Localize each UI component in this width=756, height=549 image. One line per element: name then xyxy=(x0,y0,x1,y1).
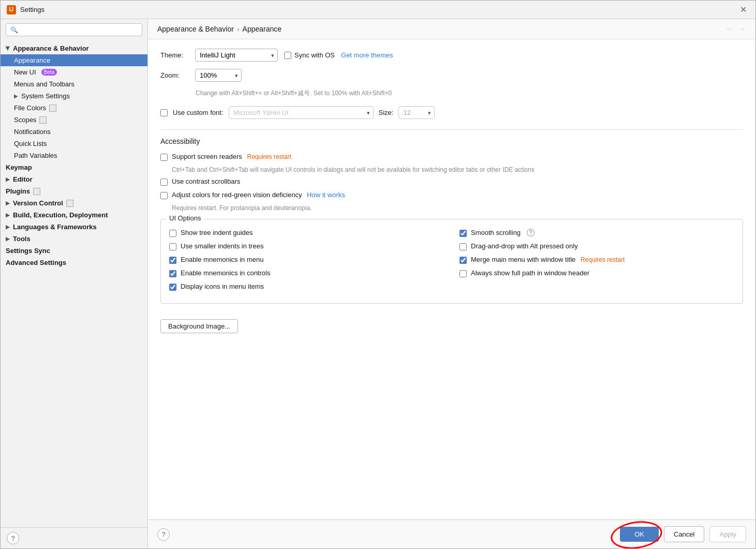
sidebar-item-appearance-behavior[interactable]: ▶ Appearance & Behavior xyxy=(1,42,147,54)
screen-readers-row: Support screen readers Requires restart xyxy=(160,153,743,161)
sidebar-item-keymap[interactable]: Keymap xyxy=(1,161,147,173)
ok-button[interactable]: OK xyxy=(620,527,659,542)
sidebar-item-quick-lists[interactable]: Quick Lists xyxy=(1,138,147,150)
show-full-path-checkbox[interactable] xyxy=(459,270,467,277)
contrast-scrollbars-label: Use contrast scrollbars xyxy=(172,177,240,185)
zoom-row: Zoom: 75% 80% 90% 100% 110% 125% 150% xyxy=(160,69,743,82)
sidebar-item-path-variables[interactable]: Path Variables xyxy=(1,150,147,161)
enable-mnemonics-controls-checkbox[interactable] xyxy=(169,270,176,277)
smaller-indents-row: Use smaller indents in trees xyxy=(169,242,444,250)
smooth-scrolling-checkbox[interactable] xyxy=(459,230,467,237)
sidebar-item-settings-sync[interactable]: Settings Sync xyxy=(1,245,147,257)
sidebar-item-tools[interactable]: ▶ Tools xyxy=(1,233,147,245)
display-icons-row: Display icons in menu items xyxy=(169,283,444,291)
search-box[interactable]: 🔍 xyxy=(6,23,142,36)
smaller-indents-checkbox[interactable] xyxy=(169,243,176,250)
drag-drop-alt-checkbox[interactable] xyxy=(459,243,467,250)
sidebar-item-label: Advanced Settings xyxy=(6,259,66,266)
sidebar-item-file-colors[interactable]: File Colors xyxy=(1,102,147,114)
enable-mnemonics-menu-row: Enable mnemonics in menu xyxy=(169,256,444,264)
merge-main-menu-checkbox[interactable] xyxy=(459,257,467,264)
screen-readers-checkbox[interactable] xyxy=(160,154,168,161)
search-icon: 🔍 xyxy=(10,26,18,34)
get-more-themes-link[interactable]: Get more themes xyxy=(341,51,393,59)
theme-select-wrapper[interactable]: IntelliJ Light Darcula High Contrast Dar… xyxy=(195,49,278,62)
footer-help-button[interactable]: ? xyxy=(157,528,170,541)
cancel-button[interactable]: Cancel xyxy=(664,526,704,542)
theme-row: Theme: IntelliJ Light Darcula High Contr… xyxy=(160,49,743,62)
zoom-hint: Change with Alt+Shift+= or Alt+Shift+减号.… xyxy=(196,89,743,98)
font-select-wrapper[interactable]: Microsoft YaHei UI xyxy=(229,106,374,119)
chevron-right-icon: ▶ xyxy=(6,212,10,218)
help-button[interactable]: ? xyxy=(7,532,19,544)
footer-left: ? xyxy=(157,528,170,541)
sidebar-item-label: Tools xyxy=(13,235,31,243)
zoom-label: Zoom: xyxy=(160,71,189,79)
sidebar-item-label: Menus and Toolbars xyxy=(14,80,75,88)
sidebar-item-label: System Settings xyxy=(21,92,70,100)
nav-tree: ▶ Appearance & Behavior Appearance New U… xyxy=(1,40,147,527)
sidebar-item-plugins[interactable]: Plugins xyxy=(1,185,147,197)
sidebar-item-label: Path Variables xyxy=(14,152,57,159)
show-tree-guides-checkbox[interactable] xyxy=(169,230,176,237)
sidebar-item-languages-frameworks[interactable]: ▶ Languages & Frameworks xyxy=(1,221,147,233)
theme-label: Theme: xyxy=(160,51,189,59)
theme-select[interactable]: IntelliJ Light Darcula High Contrast Dar… xyxy=(195,49,278,62)
ui-options-section: UI Options Show tree indent guides Use s… xyxy=(160,219,743,304)
sidebar-item-editor[interactable]: ▶ Editor xyxy=(1,173,147,185)
show-full-path-row: Always show full path in window header xyxy=(459,269,734,277)
close-button[interactable]: ✕ xyxy=(737,4,749,16)
color-deficiency-checkbox[interactable] xyxy=(160,192,168,199)
enable-mnemonics-controls-row: Enable mnemonics in controls xyxy=(169,269,444,277)
accessibility-divider xyxy=(160,129,743,130)
how-it-works-link[interactable]: How it works xyxy=(307,191,345,199)
zoom-select[interactable]: 75% 80% 90% 100% 110% 125% 150% xyxy=(195,69,242,82)
sidebar-item-label: Scopes xyxy=(14,116,36,124)
contrast-scrollbars-checkbox[interactable] xyxy=(160,179,168,186)
sync-os-checkbox[interactable] xyxy=(284,52,291,59)
breadcrumb-parent: Appearance & Behavior xyxy=(157,25,234,33)
accessibility-title: Accessibility xyxy=(160,137,743,145)
sidebar-item-label: New UI xyxy=(14,68,36,76)
back-arrow[interactable]: ← xyxy=(725,24,734,34)
sidebar-item-build-execution[interactable]: ▶ Build, Execution, Deployment xyxy=(1,209,147,221)
settings-window: IJ Settings ✕ 🔍 ▶ Appearance & Behavior … xyxy=(0,0,756,549)
sidebar-item-label: File Colors xyxy=(14,104,46,112)
enable-mnemonics-menu-checkbox[interactable] xyxy=(169,257,176,264)
search-input[interactable] xyxy=(21,26,138,34)
app-icon: IJ xyxy=(7,5,16,14)
sidebar-item-new-ui[interactable]: New UI Beta xyxy=(1,66,147,78)
drag-drop-alt-label: Drag-and-drop with Alt pressed only xyxy=(471,242,578,250)
sidebar-item-label: Keymap xyxy=(6,164,32,171)
background-image-area: Background Image... xyxy=(160,312,743,333)
merge-main-menu-label: Merge main menu with window title Requir… xyxy=(471,256,625,263)
sidebar-item-scopes[interactable]: Scopes xyxy=(1,114,147,126)
sidebar-item-appearance[interactable]: Appearance xyxy=(1,54,147,66)
font-select[interactable]: Microsoft YaHei UI xyxy=(229,106,374,119)
forward-arrow[interactable]: → xyxy=(738,24,746,34)
zoom-select-wrapper[interactable]: 75% 80% 90% 100% 110% 125% 150% xyxy=(195,69,242,82)
smooth-scrolling-info-icon[interactable]: ? xyxy=(527,229,535,236)
background-image-button[interactable]: Background Image... xyxy=(160,319,238,333)
apply-button[interactable]: Apply xyxy=(709,526,746,542)
screen-readers-label: Support screen readers Requires restart xyxy=(172,153,291,160)
sidebar-item-advanced-settings[interactable]: Advanced Settings xyxy=(1,257,147,269)
page-icon xyxy=(39,116,47,124)
chevron-right-icon: ▶ xyxy=(6,176,10,182)
sidebar-item-menus-toolbars[interactable]: Menus and Toolbars xyxy=(1,78,147,90)
sidebar-item-version-control[interactable]: ▶ Version Control xyxy=(1,197,147,209)
titlebar: IJ Settings ✕ xyxy=(1,1,755,19)
breadcrumb: Appearance & Behavior › Appearance xyxy=(157,25,281,33)
display-icons-checkbox[interactable] xyxy=(169,284,176,291)
sidebar-item-notifications[interactable]: Notifications xyxy=(1,126,147,138)
custom-font-checkbox[interactable] xyxy=(160,109,168,116)
size-select-wrapper[interactable]: 12 xyxy=(398,106,435,119)
custom-font-row: Use custom font: Microsoft YaHei UI Size… xyxy=(160,106,743,119)
size-select[interactable]: 12 xyxy=(398,106,435,119)
sidebar-item-system-settings[interactable]: ▶ System Settings xyxy=(1,90,147,102)
ok-wrapper: OK xyxy=(620,527,659,542)
sidebar-item-label: Appearance xyxy=(14,56,50,64)
breadcrumb-current: Appearance xyxy=(243,25,282,33)
ui-options-legend: UI Options xyxy=(166,214,204,222)
sidebar-item-label: Quick Lists xyxy=(14,140,47,147)
